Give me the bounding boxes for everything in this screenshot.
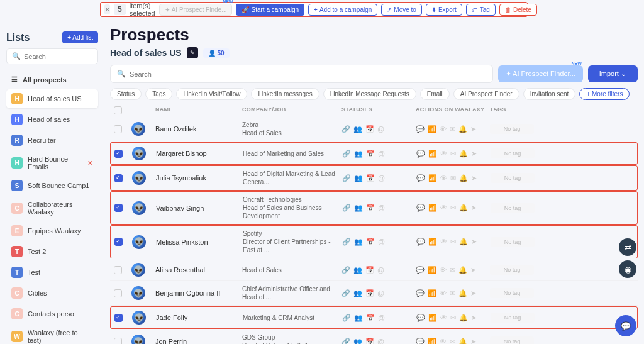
send-icon[interactable]: ➤ bbox=[471, 238, 477, 246]
at-icon[interactable]: @ bbox=[378, 314, 385, 322]
at-icon[interactable]: @ bbox=[378, 150, 385, 158]
table-row[interactable]: 👽 Julia Tsymbaliuk Head of Digital Marke… bbox=[110, 165, 638, 191]
sidebar-list-item[interactable]: CContacts perso bbox=[6, 304, 98, 323]
mail-icon[interactable]: ✉ bbox=[450, 125, 455, 133]
bell-icon[interactable]: 🔔 bbox=[459, 314, 468, 322]
send-icon[interactable]: ➤ bbox=[471, 204, 477, 212]
eye-icon[interactable]: 👁 bbox=[440, 238, 447, 246]
mail-icon[interactable]: ✉ bbox=[450, 338, 455, 345]
rss-icon[interactable]: 📶 bbox=[428, 125, 436, 133]
table-row[interactable]: 👽 Jade Folly Marketing & CRM Analyst 🔗 👥… bbox=[110, 306, 638, 329]
row-checkbox[interactable] bbox=[114, 204, 123, 212]
people-icon[interactable]: 👥 bbox=[353, 125, 362, 133]
sidebar-list-item[interactable]: HHead of sales US bbox=[6, 89, 98, 108]
send-icon[interactable]: ➤ bbox=[471, 314, 477, 322]
mail-icon[interactable]: ✉ bbox=[450, 314, 456, 322]
chat-icon[interactable]: 💬 bbox=[416, 174, 425, 182]
eye-icon[interactable]: 👁 bbox=[440, 266, 447, 274]
link-icon[interactable]: 🔗 bbox=[342, 204, 351, 212]
add-to-campaign-button[interactable]: + Add to a campaign bbox=[308, 4, 377, 16]
link-icon[interactable]: 🔗 bbox=[341, 289, 350, 297]
chat-icon[interactable]: 💬 bbox=[416, 338, 425, 345]
table-row[interactable]: 👽 Margaret Bishop Head of Marketing and … bbox=[110, 142, 638, 165]
rss-icon[interactable]: 📶 bbox=[428, 150, 437, 158]
send-icon[interactable]: ➤ bbox=[471, 150, 477, 158]
people-icon[interactable]: 👥 bbox=[354, 314, 363, 322]
at-icon[interactable]: @ bbox=[377, 338, 384, 345]
chat-icon[interactable]: 💬 bbox=[416, 314, 425, 322]
link-icon[interactable]: 🔗 bbox=[342, 314, 351, 322]
tag-cell[interactable]: No tag bbox=[491, 148, 535, 158]
start-campaign-button[interactable]: 🚀 Start a campaign bbox=[236, 4, 304, 16]
sidebar-search-input[interactable] bbox=[24, 53, 111, 60]
tag-cell[interactable]: No tag bbox=[491, 313, 535, 323]
at-icon[interactable]: @ bbox=[377, 125, 384, 133]
link-icon[interactable]: 🔗 bbox=[341, 125, 350, 133]
filter-pill[interactable]: Status bbox=[110, 88, 142, 100]
calendar-icon[interactable]: 📅 bbox=[366, 174, 375, 182]
import-button[interactable]: Import ⌄ bbox=[588, 65, 638, 82]
rss-icon[interactable]: 📶 bbox=[428, 204, 437, 212]
sidebar-list-item[interactable]: HHard Bounce Emails✕ bbox=[6, 152, 98, 174]
ai-prospect-finder-button[interactable]: ✦ AI Prospect Finder... NEW bbox=[498, 65, 583, 82]
edit-icon[interactable]: ✎ bbox=[187, 47, 198, 58]
row-checkbox[interactable] bbox=[114, 150, 123, 158]
eye-icon[interactable]: 👁 bbox=[440, 125, 447, 133]
eye-icon[interactable]: 👁 bbox=[440, 338, 447, 345]
calendar-icon[interactable]: 📅 bbox=[366, 238, 375, 246]
at-icon[interactable]: @ bbox=[378, 238, 385, 246]
bell-icon[interactable]: 🔔 bbox=[459, 150, 468, 158]
row-checkbox[interactable] bbox=[114, 314, 123, 322]
eye-icon[interactable]: 👁 bbox=[440, 150, 447, 158]
filter-pill[interactable]: LinkedIn Visit/Follow bbox=[176, 88, 247, 100]
sidebar-list-item[interactable]: CCollaborateurs Waalaxy bbox=[6, 197, 98, 219]
bell-icon[interactable]: 🔔 bbox=[458, 125, 467, 133]
sidebar-list-item[interactable]: WWaalaxy (free to test) bbox=[6, 325, 98, 344]
sidebar-list-item[interactable]: CCibles bbox=[6, 284, 98, 302]
row-checkbox[interactable] bbox=[114, 338, 122, 345]
ai-prospect-finder-button-disabled[interactable]: ✦ AI Prospect Finde... NEW bbox=[159, 4, 233, 16]
tag-cell[interactable]: No tag bbox=[490, 265, 534, 275]
eye-icon[interactable]: 👁 bbox=[440, 174, 447, 182]
add-list-button[interactable]: + Add list bbox=[62, 31, 98, 43]
filter-pill[interactable]: LinkedIn Message Requests bbox=[323, 88, 416, 100]
table-row[interactable]: 👽 Jon Perrin GDS GroupHead of Sales - No… bbox=[110, 330, 638, 344]
chat-icon[interactable]: 💬 bbox=[416, 238, 425, 246]
bell-icon[interactable]: 🔔 bbox=[459, 238, 468, 246]
send-icon[interactable]: ➤ bbox=[470, 125, 476, 133]
eye-icon[interactable]: 👁 bbox=[440, 314, 447, 322]
eye-icon[interactable]: 👁 bbox=[440, 204, 447, 212]
sidebar-list-item[interactable]: EEquipes Waalaxy bbox=[6, 221, 98, 240]
at-icon[interactable]: @ bbox=[377, 266, 384, 274]
rss-icon[interactable]: 📶 bbox=[428, 266, 436, 274]
link-icon[interactable]: 🔗 bbox=[342, 238, 351, 246]
discord-icon[interactable]: ◉ bbox=[619, 260, 636, 278]
all-prospects-item[interactable]: ☰ All prospects bbox=[6, 72, 98, 87]
bell-icon[interactable]: 🔔 bbox=[458, 266, 467, 274]
tag-button[interactable]: 🏷 Tag bbox=[466, 4, 496, 16]
table-row[interactable]: 👽 Vaibbhav Singh Oncraft TechnologiesHea… bbox=[110, 191, 638, 225]
people-icon[interactable]: 👥 bbox=[353, 338, 362, 345]
filter-pill[interactable]: Tags bbox=[145, 88, 172, 100]
at-icon[interactable]: @ bbox=[378, 174, 385, 182]
link-icon[interactable]: 🔗 bbox=[342, 150, 351, 158]
main-search-input[interactable] bbox=[130, 70, 486, 78]
chat-icon[interactable]: 💬 bbox=[416, 266, 425, 274]
close-icon[interactable]: ✕ bbox=[104, 4, 110, 14]
tag-cell[interactable]: No tag bbox=[491, 203, 535, 213]
at-icon[interactable]: @ bbox=[378, 204, 385, 212]
people-icon[interactable]: 👥 bbox=[354, 238, 363, 246]
select-all-checkbox[interactable] bbox=[114, 106, 122, 114]
send-icon[interactable]: ➤ bbox=[470, 289, 476, 297]
people-icon[interactable]: 👥 bbox=[353, 289, 362, 297]
sidebar-search[interactable]: 🔍 bbox=[6, 48, 98, 64]
people-icon[interactable]: 👥 bbox=[353, 266, 362, 274]
chat-icon[interactable]: 💬 bbox=[416, 204, 425, 212]
filter-pill[interactable]: Invitation sent bbox=[523, 88, 576, 100]
bell-icon[interactable]: 🔔 bbox=[458, 289, 467, 297]
link-icon[interactable]: 🔗 bbox=[341, 338, 350, 345]
chat-icon[interactable]: 💬 bbox=[416, 125, 425, 133]
row-checkbox[interactable] bbox=[114, 289, 122, 297]
widget-icon[interactable]: ⇄ bbox=[619, 238, 636, 256]
filter-pill[interactable]: Email bbox=[420, 88, 450, 100]
